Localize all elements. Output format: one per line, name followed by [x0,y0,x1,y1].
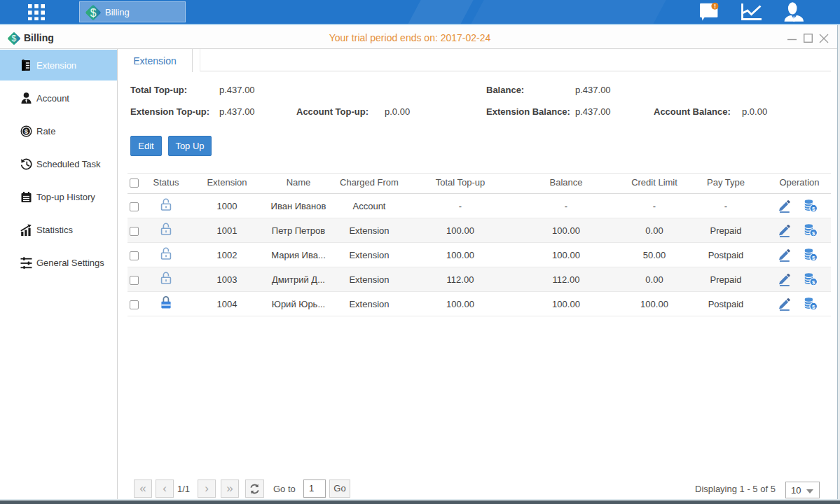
svg-text:$: $ [25,127,29,135]
svg-text:$: $ [90,7,97,19]
